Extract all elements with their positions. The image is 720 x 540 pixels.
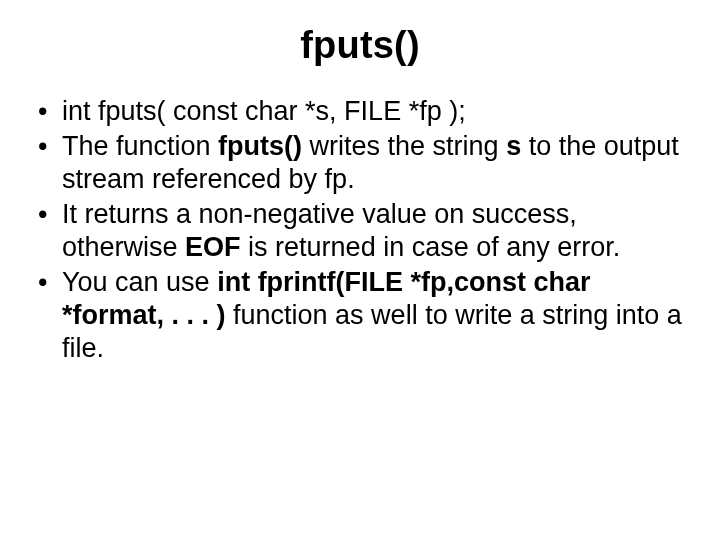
slide-title: fputs() <box>28 24 692 67</box>
bullet-text: You can use <box>62 267 217 297</box>
bullet-text-bold: EOF <box>185 232 241 262</box>
bullet-list: int fputs( const char *s, FILE *fp ); Th… <box>28 95 692 365</box>
bullet-text: The function <box>62 131 218 161</box>
list-item: int fputs( const char *s, FILE *fp ); <box>34 95 686 128</box>
list-item: The function fputs() writes the string s… <box>34 130 686 196</box>
bullet-text-bold: s <box>506 131 521 161</box>
slide: fputs() int fputs( const char *s, FILE *… <box>0 0 720 540</box>
list-item: You can use int fprintf(FILE *fp,const c… <box>34 266 686 365</box>
bullet-text: writes the string <box>302 131 506 161</box>
bullet-text: is returned in case of any error. <box>241 232 621 262</box>
bullet-text: int fputs( const char *s, FILE *fp ); <box>62 96 466 126</box>
bullet-text-bold: fputs() <box>218 131 302 161</box>
list-item: It returns a non-negative value on succe… <box>34 198 686 264</box>
